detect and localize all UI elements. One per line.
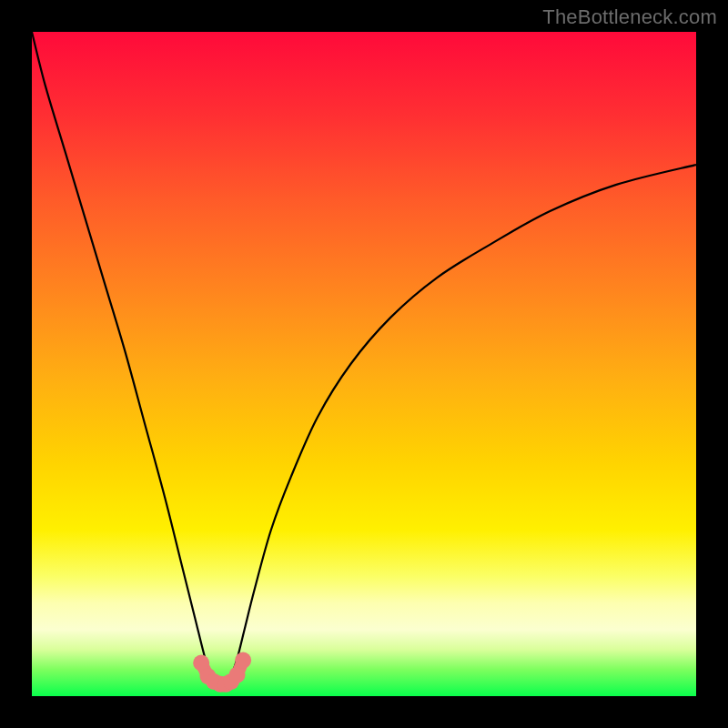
plot-area [32,32,696,696]
watermark-text: TheBottleneck.com [542,5,717,29]
valley-point-6 [229,667,246,683]
valley-markers-group [193,652,251,693]
chart-frame: TheBottleneck.com [0,0,728,728]
chart-svg [32,32,696,696]
curve-black-path [32,32,696,690]
valley-point-7 [235,652,251,669]
